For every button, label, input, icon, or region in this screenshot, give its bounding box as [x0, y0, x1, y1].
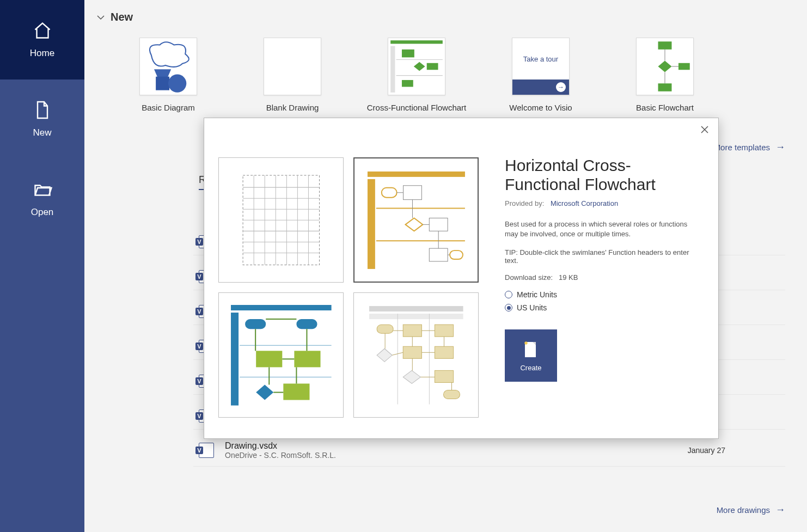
- template-preview-modal: Horizontal Cross-Functional Flowchart Pr…: [204, 118, 719, 439]
- close-button[interactable]: [699, 124, 711, 136]
- svg-marker-38: [405, 218, 423, 231]
- svg-rect-75: [435, 370, 453, 382]
- section-header-new[interactable]: New: [84, 0, 807, 23]
- svg-rect-47: [231, 305, 332, 310]
- svg-rect-41: [450, 250, 463, 259]
- svg-rect-68: [377, 325, 393, 333]
- svg-rect-14: [678, 63, 690, 70]
- svg-rect-13: [658, 83, 672, 91]
- svg-rect-87: [525, 342, 536, 357]
- visio-file-icon: [199, 443, 214, 458]
- variant-colorful-green-blue[interactable]: [218, 292, 344, 418]
- svg-rect-65: [369, 314, 463, 319]
- more-drawings-link[interactable]: More drawings: [717, 504, 785, 516]
- sidebar-item-home[interactable]: Home: [0, 0, 84, 80]
- arrow-right-icon: [775, 142, 785, 153]
- svg-marker-12: [658, 61, 672, 72]
- svg-marker-55: [256, 384, 273, 400]
- radio-metric-units[interactable]: Metric Units: [505, 290, 695, 299]
- svg-rect-32: [368, 172, 465, 177]
- sidebar-item-label: New: [33, 127, 51, 138]
- recent-file-path: OneDrive - S.C. RomSoft. S.R.L.: [225, 451, 336, 460]
- document-icon: [33, 100, 52, 120]
- modal-title: Horizontal Cross-Functional Flowchart: [505, 156, 695, 194]
- template-basic-diagram[interactable]: Basic Diagram: [106, 38, 230, 112]
- svg-rect-64: [369, 306, 463, 311]
- radio-label: US Units: [517, 303, 547, 312]
- home-icon: [33, 21, 52, 40]
- template-basic-flowchart[interactable]: Basic Flowchart: [603, 38, 727, 112]
- svg-rect-70: [403, 325, 421, 337]
- modal-description: Best used for a process in which several…: [505, 219, 690, 239]
- svg-rect-54: [294, 351, 320, 367]
- svg-rect-7: [427, 63, 438, 70]
- create-button[interactable]: Create: [505, 329, 557, 382]
- svg-rect-56: [283, 383, 309, 400]
- recent-file-name: Drawing.vsdx: [225, 441, 336, 451]
- svg-rect-5: [402, 50, 414, 58]
- template-variant-grid: [218, 157, 479, 430]
- svg-rect-40: [429, 248, 448, 261]
- svg-point-2: [168, 75, 186, 93]
- svg-rect-71: [435, 325, 453, 337]
- radio-label: Metric Units: [517, 290, 557, 299]
- new-document-icon: [523, 340, 539, 359]
- svg-rect-72: [403, 346, 421, 358]
- arrow-right-icon: [775, 504, 785, 516]
- modal-tip: TIP: Double-click the swimlanes' Functio…: [505, 248, 695, 265]
- basic-flowchart-thumb-icon: [637, 38, 693, 95]
- template-blank-drawing[interactable]: Blank Drawing: [230, 38, 354, 112]
- sidebar-item-label: Home: [30, 48, 54, 59]
- section-title: New: [111, 11, 133, 23]
- svg-rect-36: [381, 187, 396, 197]
- recent-file-row[interactable]: Drawing.vsdx OneDrive - S.C. RomSoft. S.…: [193, 435, 785, 467]
- template-label: Basic Diagram: [142, 103, 195, 112]
- templates-row: Basic Diagram Blank Drawing: [84, 23, 807, 112]
- create-label: Create: [520, 364, 541, 372]
- template-label: Cross-Functional Flowchart: [367, 103, 467, 112]
- radio-icon: [505, 291, 512, 298]
- basic-diagram-thumb-icon: [140, 38, 197, 95]
- svg-rect-3: [390, 40, 443, 44]
- more-templates-label: More templates: [714, 143, 770, 152]
- svg-rect-4: [390, 46, 395, 93]
- radio-us-units[interactable]: US Units: [505, 303, 695, 312]
- more-drawings-label: More drawings: [717, 505, 770, 515]
- template-cross-functional-flowchart[interactable]: Cross-Functional Flowchart: [354, 38, 479, 112]
- svg-rect-11: [658, 41, 672, 50]
- svg-rect-48: [231, 313, 239, 406]
- close-icon: [701, 126, 708, 133]
- svg-rect-76: [443, 390, 460, 399]
- units-radio-group: Metric Units US Units: [505, 290, 695, 312]
- download-size-label: Download size:: [505, 273, 553, 282]
- svg-rect-51: [245, 319, 266, 329]
- svg-rect-8: [402, 80, 413, 87]
- sidebar: Home New Open: [0, 0, 84, 532]
- variant-horizontal-yellow[interactable]: [353, 157, 479, 283]
- template-welcome-to-visio[interactable]: Take a tour → Welcome to Visio: [479, 38, 603, 112]
- template-label: Welcome to Visio: [509, 103, 572, 112]
- svg-rect-37: [403, 185, 421, 199]
- variant-vertical-basic[interactable]: [218, 157, 344, 283]
- template-label: Blank Drawing: [266, 103, 319, 112]
- more-templates-link[interactable]: More templates: [714, 142, 785, 153]
- svg-marker-6: [414, 62, 425, 71]
- svg-marker-69: [377, 348, 392, 362]
- sidebar-item-new[interactable]: New: [0, 80, 84, 159]
- sidebar-item-label: Open: [31, 207, 54, 218]
- chevron-down-icon: [96, 13, 105, 22]
- provided-by-value[interactable]: Microsoft Corporation: [551, 199, 618, 207]
- provided-by-label: Provided by:: [505, 199, 544, 207]
- svg-marker-74: [403, 370, 420, 383]
- svg-rect-73: [435, 346, 453, 358]
- tour-text: Take a tour: [512, 38, 569, 80]
- folder-open-icon: [33, 180, 52, 199]
- recent-file-date: January 27: [688, 446, 725, 455]
- variant-grey-vertical[interactable]: [353, 292, 479, 418]
- svg-rect-33: [368, 179, 375, 268]
- svg-rect-1: [156, 77, 169, 90]
- sidebar-item-open[interactable]: Open: [0, 159, 84, 239]
- svg-rect-39: [429, 218, 448, 231]
- svg-rect-53: [256, 351, 282, 367]
- radio-icon: [505, 304, 512, 311]
